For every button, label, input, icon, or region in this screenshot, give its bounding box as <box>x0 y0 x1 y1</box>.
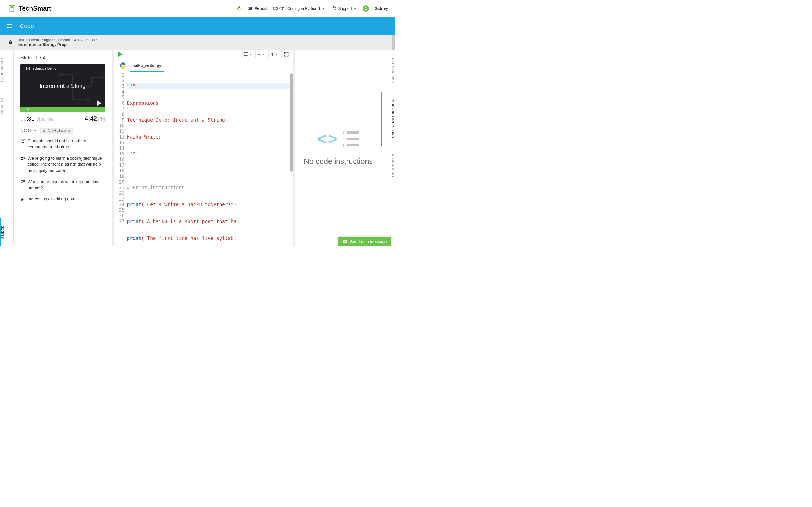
time-row: 00:31 of 10 min 4:42PM <box>20 114 105 124</box>
elapsed-time: 00:31 of 10 min <box>20 115 53 122</box>
chevron-down-icon: ▼ <box>354 7 356 10</box>
slide-counter: Slide: 1 / 4 <box>20 55 105 61</box>
breadcrumb-bar: Unit 1: Linear Programs, Lesson 1.4: Exp… <box>0 35 395 50</box>
code-body[interactable]: """ Expressions Technique Demo: Incremen… <box>127 72 293 246</box>
chat-widget[interactable]: Send us a message <box>338 237 391 246</box>
support-label: Support <box>338 6 352 11</box>
svg-rect-9 <box>43 130 45 132</box>
empty-state-icon: <> 1 2 3 <box>317 130 360 148</box>
text-size-icon: TT <box>269 52 274 57</box>
note-item: Students should not be on their computer… <box>20 138 104 150</box>
python-icon <box>119 62 127 69</box>
scrollbar[interactable] <box>290 73 293 172</box>
slides-panel: Slide: 1 / 4 1.4 Technique Demo Incremen… <box>13 50 112 246</box>
mail-icon <box>342 239 347 244</box>
svg-point-11 <box>21 157 23 158</box>
code-instructions-panel: <> 1 2 3 No code instructions <box>296 50 395 246</box>
avatar[interactable] <box>363 5 369 11</box>
tab-project[interactable]: PROJECT <box>0 90 13 122</box>
right-tabs: TEACH ASSIST CODE INSTRUCTIONS ASSIGNMEN… <box>381 50 395 246</box>
breadcrumb-text: Unit 1: Linear Programs, Lesson 1.4: Exp… <box>17 38 98 47</box>
main: CODE ASSIST PROJECT SLIDES Slide: 1 / 4 … <box>0 50 395 246</box>
chat-label: Send us a message <box>350 239 387 244</box>
speaker-icon <box>20 156 26 161</box>
page-scrollbar[interactable] <box>393 35 395 50</box>
top-header: TechSmart 5th Period CS201: Coding in Py… <box>0 0 395 17</box>
play-icon <box>97 100 101 106</box>
text-size-button[interactable]: TT▼ <box>268 50 278 58</box>
techsmart-logo-icon <box>8 4 16 12</box>
file-tab[interactable]: haiku_writer.py <box>130 59 163 71</box>
run-button[interactable] <box>116 50 124 58</box>
fullscreen-icon <box>284 52 289 57</box>
play-icon <box>116 50 124 58</box>
file-tab-row: haiku_writer.py <box>114 59 293 72</box>
app-bar: Code <box>0 17 395 35</box>
slide-thumb-header: 1.4 Technique Demo <box>20 64 105 70</box>
lock-icon <box>43 129 46 132</box>
right-panel: <> 1 2 3 No code instructions TEACH ASSI… <box>296 50 395 246</box>
line-gutter: 1234567891011121314151617181920212223242… <box>114 72 127 246</box>
editor-column: ▼ ▼ TT▼ haiku_writer.py 1234567891011121… <box>114 50 293 246</box>
notes-label: NOTES <box>20 128 37 133</box>
techsmart-mini-logo-icon <box>26 108 30 112</box>
tab-assignment[interactable]: ASSIGNMENT <box>382 146 395 186</box>
note-item: We're going to learn a coding technique … <box>20 155 104 173</box>
svg-text:T: T <box>269 54 271 56</box>
speaker-icon <box>20 179 26 184</box>
code-editor[interactable]: 1234567891011121314151617181920212223242… <box>114 72 293 246</box>
star-icon: ★ <box>20 196 26 202</box>
svg-point-17 <box>121 63 122 63</box>
user-name: Sidney <box>375 6 388 11</box>
breadcrumb-title: Increment a String: Prep <box>17 42 98 47</box>
brand-name: TechSmart <box>18 5 51 12</box>
angle-brackets-icon: <> <box>317 131 337 147</box>
svg-point-14 <box>244 55 244 56</box>
svg-point-0 <box>238 7 239 7</box>
download-icon <box>256 52 262 57</box>
menu-button[interactable] <box>6 22 13 30</box>
notes-body: Students should not be on their computer… <box>20 138 105 243</box>
tab-slides[interactable]: SLIDES <box>0 218 13 246</box>
app-bar-title: Code <box>20 22 34 29</box>
tab-code-assist[interactable]: CODE ASSIST <box>0 50 13 90</box>
editor-toolbar: ▼ ▼ TT▼ <box>114 50 293 59</box>
fullscreen-button[interactable] <box>282 50 291 58</box>
svg-rect-19 <box>343 240 347 243</box>
svg-point-4 <box>365 7 366 8</box>
notes-header: NOTES Activity Locked <box>20 128 105 134</box>
slide-progress-bar[interactable] <box>20 107 105 112</box>
svg-rect-13 <box>244 52 248 55</box>
python-icon <box>237 6 241 11</box>
tab-teach-assist[interactable]: TEACH ASSIST <box>382 50 395 92</box>
chevron-down-icon: ▼ <box>322 7 325 10</box>
svg-point-18 <box>124 68 124 68</box>
left-tabs: CODE ASSIST PROJECT SLIDES <box>0 50 13 246</box>
svg-point-3 <box>334 9 334 10</box>
breadcrumb-path: Unit 1: Linear Programs, Lesson 1.4: Exp… <box>17 38 98 42</box>
period-label: 5th Period <box>248 6 267 11</box>
slide-thumb-title: Increment a String <box>20 83 105 89</box>
presentation-icon <box>20 138 26 144</box>
course-dropdown[interactable]: CS201: Coding in Python 1 ▼ <box>273 6 325 11</box>
hamburger-icon <box>6 23 12 29</box>
course-name: CS201: Coding in Python 1 <box>273 6 320 11</box>
tab-code-instructions[interactable]: CODE INSTRUCTIONS <box>382 92 395 146</box>
lock-icon <box>8 40 13 45</box>
cast-button[interactable]: ▼ <box>243 50 252 58</box>
cast-icon <box>243 52 249 57</box>
brand[interactable]: TechSmart <box>8 4 51 12</box>
svg-text:T: T <box>271 52 273 57</box>
svg-point-12 <box>21 180 23 182</box>
note-item: ★ Increasing or adding onto <box>20 196 104 202</box>
note-item: Who can remind us what incrementing mean… <box>20 179 104 191</box>
list-icon: 1 2 3 <box>342 130 359 148</box>
support-dropdown[interactable]: Support ▼ <box>331 6 356 11</box>
empty-state-text: No code instructions <box>304 157 373 166</box>
svg-rect-10 <box>21 139 25 142</box>
download-button[interactable]: ▼ <box>255 50 265 58</box>
activity-locked-badge: Activity Locked <box>40 128 73 134</box>
slide-thumbnail[interactable]: 1.4 Technique Demo Increment a String <box>20 64 105 112</box>
user-icon <box>364 6 368 10</box>
divider <box>69 114 69 121</box>
